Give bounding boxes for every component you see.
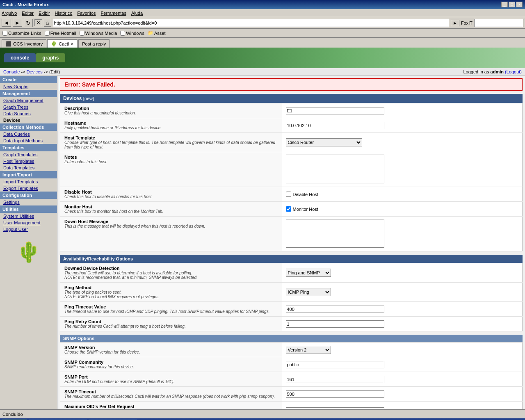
label-snmp-port: SNMP Port Enter the UDP port number to u… [60, 372, 282, 387]
breadcrumb-devices[interactable]: Devices [27, 69, 43, 74]
input-cell-downed-detection: Ping and SNMP SNMP Ping None [282, 263, 523, 283]
maximize-button[interactable]: □ [509, 2, 515, 7]
notes-textarea[interactable] [286, 155, 384, 183]
sidebar-item-import-templates[interactable]: Import Templates [0, 178, 57, 185]
label-down-message: Down Host Message This is the message th… [60, 217, 282, 251]
stop-button[interactable]: ✕ [34, 19, 42, 26]
device-form: Description Give this host a meaningful … [60, 103, 523, 251]
bookmark-asset[interactable]: 📁 Asset [148, 30, 166, 36]
sidebar-item-new-graphs[interactable]: New Graphs [0, 83, 57, 90]
sidebar-item-graph-management[interactable]: Graph Management [0, 97, 57, 104]
tab-post-reply[interactable]: Post a reply [78, 39, 110, 48]
sidebar-header-config: Configuration [0, 192, 57, 199]
window-title: Cacti - Mozilla Firefox [2, 2, 49, 7]
description-input[interactable] [286, 107, 384, 114]
label-snmp-timeout: SNMP Timeout The maximum number of milli… [60, 387, 282, 402]
bookmark-media[interactable]: Windows Media [80, 31, 117, 36]
back-button[interactable]: ◄ [2, 19, 11, 27]
bookmark-check-media[interactable] [80, 31, 84, 36]
status-text: Concluído [2, 412, 23, 417]
minimize-button[interactable]: _ [501, 2, 508, 7]
sidebar-item-devices[interactable]: Devices [0, 117, 57, 123]
toolbar: ◄ ► ↻ ✕ ⌂ ► FoxIT [0, 17, 525, 29]
snmp-timeout-input[interactable] [286, 390, 384, 398]
sidebar-item-user-management[interactable]: User Management [0, 219, 57, 226]
sidebar-item-graph-templates[interactable]: Graph Templates [0, 151, 57, 158]
breadcrumb-console[interactable]: Console [3, 69, 20, 74]
sidebar-item-system-utilities[interactable]: System Utilities [0, 213, 57, 219]
menu-favoritos[interactable]: Favoritos [77, 11, 96, 16]
content-area: Error: Save Failed. Devices [new] Descri… [57, 76, 525, 409]
label-downed-detection: Downed Device Detection The method Cacti… [60, 263, 282, 283]
down-message-textarea[interactable] [286, 219, 384, 248]
label-notes: Notes Enter notes to this host. [60, 152, 282, 187]
menu-exibir[interactable]: Exibir [39, 11, 50, 16]
monitor-host-row: Monitor Host [286, 206, 518, 212]
snmp-community-input[interactable] [286, 361, 384, 368]
main-layout: Create New Graphs Management Graph Manag… [0, 76, 525, 409]
menu-historico[interactable]: Histórico [55, 11, 73, 16]
reload-button[interactable]: ↻ [24, 19, 33, 27]
bookmark-customize[interactable]: Customize Links [2, 31, 41, 36]
tab-graphs[interactable]: graphs [36, 53, 65, 62]
bookmark-check[interactable] [2, 31, 7, 36]
sidebar-item-data-sources[interactable]: Data Sources [0, 110, 57, 117]
window-controls[interactable]: _ □ × [501, 2, 523, 7]
sidebar-item-graph-trees[interactable]: Graph Trees [0, 104, 57, 110]
menu-ajuda[interactable]: Ajuda [131, 11, 143, 16]
search-engine-label: FoxIT [461, 21, 472, 25]
close-button[interactable]: × [516, 2, 523, 7]
go-button[interactable]: ► [451, 20, 459, 26]
row-host-template: Host Template Choose what type of host, … [60, 133, 523, 152]
tab-close-cacti[interactable]: ✕ [71, 42, 74, 46]
input-cell-hostname [282, 118, 523, 133]
tabs-bar: ⬛ OCS Inventory 🌵 Cacti ✕ Post a reply [0, 38, 525, 48]
tab-ocs[interactable]: ⬛ OCS Inventory [2, 39, 46, 48]
sidebar-item-data-templates[interactable]: Data Templates [0, 164, 57, 171]
bookmark-check-windows[interactable] [120, 31, 125, 36]
max-oids-input[interactable] [286, 407, 384, 409]
browser-content: console graphs Console -> Devices -> (Ed… [0, 48, 525, 409]
ping-retry-input[interactable] [286, 320, 384, 328]
row-description: Description Give this host a meaningful … [60, 103, 523, 118]
row-ping-method: Ping Method The type of ping packet to s… [60, 283, 523, 302]
host-template-select[interactable]: Cisco Router Generic SNMP-enabled Host L… [286, 138, 362, 146]
label-ping-retry: Ping Retry Count The number of times Cac… [60, 317, 282, 331]
sidebar-item-data-input[interactable]: Data Input Methods [0, 137, 57, 144]
row-snmp-port: SNMP Port Enter the UDP port number to u… [60, 372, 523, 387]
menu-editar[interactable]: Editar [22, 11, 34, 16]
row-downed-detection: Downed Device Detection The method Cacti… [60, 263, 523, 283]
ping-method-select[interactable]: ICMP Ping UDP Ping TCP Ping [286, 288, 331, 296]
snmp-port-input[interactable] [286, 376, 384, 383]
snmp-version-select[interactable]: Version 1 Version 2 Version 3 [286, 346, 331, 354]
sidebar-item-host-templates[interactable]: Host Templates [0, 158, 57, 164]
bookmark-hotmail[interactable]: Free Hotmail [45, 31, 76, 36]
input-cell-snmp-version: Version 1 Version 2 Version 3 [282, 342, 523, 357]
sidebar-item-logout[interactable]: Logout User [0, 226, 57, 233]
row-ping-retry: Ping Retry Count The number of times Cac… [60, 317, 523, 331]
monitor-host-checkbox[interactable] [286, 206, 291, 212]
tab-console[interactable]: console [4, 53, 36, 62]
tab-cacti[interactable]: 🌵 Cacti ✕ [47, 39, 78, 48]
label-monitor-host: Monitor Host Check this box to monitor t… [60, 202, 282, 217]
menu-arquivo[interactable]: Arquivo [2, 11, 17, 16]
address-input[interactable] [53, 19, 449, 27]
label-max-oids: Maximum OID's Per Get Request Specified … [60, 402, 282, 410]
search-input[interactable] [474, 19, 523, 27]
logout-link[interactable]: (Logout) [505, 69, 522, 74]
input-cell-ping-method: ICMP Ping UDP Ping TCP Ping [282, 283, 523, 302]
sidebar-item-export-templates[interactable]: Export Templates [0, 185, 57, 192]
hostname-input[interactable] [286, 122, 384, 129]
sidebar-header-create: Create [0, 76, 57, 83]
bookmark-check-hotmail[interactable] [45, 31, 50, 36]
forward-button[interactable]: ► [13, 19, 22, 27]
disable-host-checkbox[interactable] [286, 192, 291, 197]
downed-detection-select[interactable]: Ping and SNMP SNMP Ping None [286, 269, 331, 277]
bookmark-windows[interactable]: Windows [120, 31, 144, 36]
menu-ferramentas[interactable]: Ferramentas [101, 11, 126, 16]
home-button[interactable]: ⌂ [44, 19, 51, 27]
ping-timeout-input[interactable] [286, 306, 384, 313]
sidebar-item-settings[interactable]: Settings [0, 199, 57, 205]
sidebar-item-data-queries[interactable]: Data Queries [0, 131, 57, 137]
input-cell-notes [282, 152, 523, 187]
